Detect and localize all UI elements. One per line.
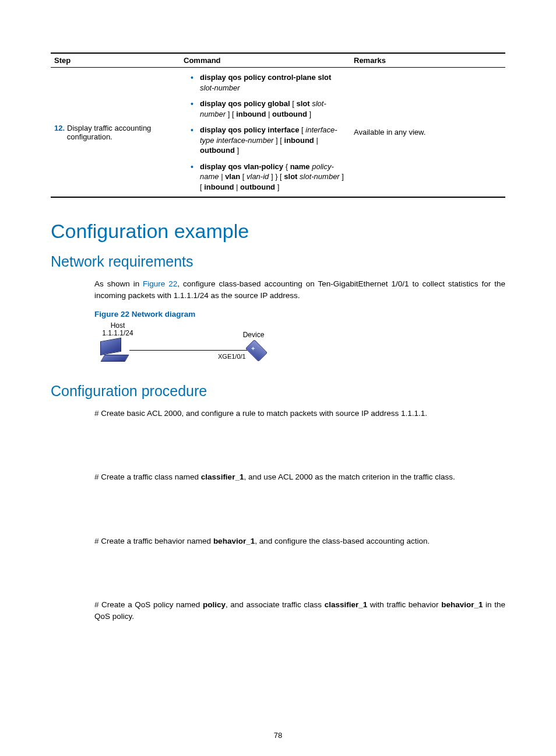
col-step: Step: [51, 53, 180, 68]
page: { "table": { "headers": { "step": "Step"…: [0, 0, 556, 756]
wire: [129, 350, 247, 351]
heading-network-requirements: Network requirements: [51, 253, 505, 270]
command-item: display qos policy interface [ interface…: [200, 125, 347, 156]
proc-step-3: # Create a traffic behavior named behavi…: [94, 536, 505, 547]
netreq-paragraph: As shown in Figure 22, configure class-b…: [94, 278, 505, 301]
command-list: display qos policy control-plane slot sl…: [184, 72, 347, 192]
device-label: Device: [239, 331, 268, 340]
table-row: 12.Display traffic accounting configurat…: [51, 68, 505, 198]
host-label: Host1.1.1.1/24: [94, 322, 141, 338]
network-diagram: Host1.1.1.1/24 XGE1/0/1 Device ✦: [94, 322, 275, 364]
remarks-text: Available in any view.: [350, 68, 505, 198]
port-label: XGE1/0/1: [218, 353, 246, 360]
col-command: Command: [180, 53, 350, 68]
router-icon: ✦: [246, 341, 267, 362]
command-table: Step Command Remarks 12.Display traffic …: [51, 52, 505, 198]
page-number: 78: [0, 731, 556, 740]
command-item: display qos vlan-policy { name policy-na…: [200, 162, 347, 192]
host-icon: [100, 340, 128, 360]
heading-config-procedure: Configuration procedure: [51, 383, 505, 400]
heading-config-example: Configuration example: [51, 220, 505, 243]
proc-step-4: # Create a QoS policy named policy, and …: [94, 599, 505, 622]
col-remarks: Remarks: [350, 53, 505, 68]
proc-step-2: # Create a traffic class named classifie…: [94, 471, 505, 483]
step-text-l2: configuration.: [67, 132, 112, 141]
figure-ref-link[interactable]: Figure 22: [143, 279, 177, 288]
command-item: display qos policy control-plane slot sl…: [200, 72, 347, 93]
figure-caption: Figure 22 Network diagram: [94, 310, 505, 318]
step-number: 12.: [54, 124, 67, 132]
proc-step-1: # Create basic ACL 2000, and configure a…: [94, 408, 505, 419]
step-text-l1: Display traffic accounting: [67, 124, 151, 132]
command-item: display qos policy global [ slot slot-nu…: [200, 99, 347, 119]
text: As shown in: [94, 279, 143, 288]
